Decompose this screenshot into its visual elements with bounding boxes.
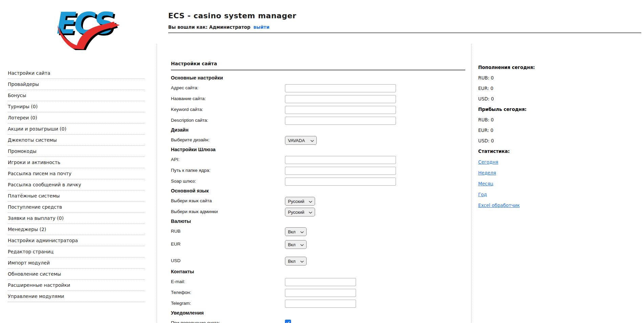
sidebar-item[interactable]: Промокоды [8, 146, 145, 157]
form-row: EURВкл [171, 240, 465, 251]
core-folder-input-label: Путь к папке ядра: [171, 166, 285, 173]
rub-select-value: Вкл [288, 229, 295, 234]
app-title: ECS - casino system manager [168, 11, 641, 20]
eur-select-label: EUR [171, 240, 285, 247]
usd-select-label: USD [171, 257, 285, 263]
admin-language-select-value: Русский [288, 210, 304, 215]
stats-link-row: Год [478, 191, 644, 198]
email-input[interactable] [285, 278, 356, 286]
chevron-down-icon [300, 229, 304, 234]
form-row: Telegram: [171, 299, 465, 310]
chevron-down-icon [300, 259, 304, 264]
chevron-down-icon [300, 242, 304, 247]
stats-week-link[interactable]: Неделя [478, 170, 496, 176]
sidebar-item[interactable]: Лотереи (0) [8, 112, 145, 123]
sidebar-item[interactable]: Акции и розыгрыши (0) [8, 123, 145, 135]
site-keyword-input-label: Keyword сайта: [171, 106, 285, 112]
form-row: Выберите дизайн:VAVADA [171, 136, 465, 147]
site-address-input[interactable] [285, 84, 396, 92]
deposit-notification-checkbox[interactable] [285, 320, 291, 323]
logged-in-as-text: Вы вошли как: Администратор [168, 24, 250, 30]
form-row: Выбери язык админкиРусский [171, 208, 465, 218]
sidebar-item[interactable]: Заявки на выплату (0) [8, 213, 145, 224]
stats-link-row: Неделя [478, 169, 644, 176]
form-row: USDВкл [171, 257, 465, 268]
sidebar-item[interactable]: Турниры (0) [8, 101, 145, 112]
api-input-label: API: [171, 156, 285, 162]
sidebar-item[interactable]: Управление модулями [8, 291, 145, 302]
stats-year-link[interactable]: Год [478, 192, 487, 197]
form-row: API: [171, 156, 465, 166]
stats-month-link[interactable]: Месяц [478, 181, 493, 186]
site-keyword-input[interactable] [285, 106, 396, 114]
sidebar-item[interactable]: Платёжные системы [8, 190, 145, 202]
sidebar-item[interactable]: Джекпоты системы [8, 135, 145, 146]
section-heading: Основные настройки [171, 75, 465, 81]
site-title-input-label: Название сайта: [171, 95, 285, 101]
logout-link[interactable]: выйти [253, 24, 270, 30]
usd-select[interactable]: Вкл [285, 257, 307, 266]
stats-value: USD: 0 [478, 138, 644, 144]
stats-link-row: Месяц [478, 180, 644, 187]
sidebar-item[interactable]: Рассылка писем на почту [8, 168, 145, 179]
form-row: RUBВкл [171, 227, 465, 238]
form-row: Description сайта: [171, 116, 465, 127]
sidebar-item[interactable]: Редактор страниц [8, 246, 145, 257]
form-row: Адрес сайта: [171, 84, 465, 95]
sidebar-item[interactable]: Менеджеры (2) [8, 224, 145, 235]
usd-select-value: Вкл [288, 259, 295, 264]
phone-input[interactable] [285, 289, 356, 297]
sidebar-item[interactable]: Настройки сайта [8, 68, 145, 79]
form-row: Soap шлюз: [171, 177, 465, 188]
chevron-down-icon [310, 138, 314, 143]
section-heading: Контакты [171, 269, 465, 275]
rub-select[interactable]: Вкл [285, 227, 307, 236]
sidebar-item[interactable]: Импорт модулей [8, 257, 145, 269]
form-row: При пополнение счета: [171, 319, 465, 323]
site-description-input-label: Description сайта: [171, 116, 285, 123]
sidebar-item[interactable]: Поступление средств [8, 202, 145, 213]
design-select[interactable]: VAVADA [285, 136, 317, 145]
api-input[interactable] [285, 156, 396, 164]
sidebar-item[interactable]: Настройки администратора [8, 235, 145, 246]
phone-input-label: Телефон: [171, 289, 285, 295]
chevron-down-icon [309, 199, 312, 204]
site-language-select-label: Выбери язык сайта [171, 197, 285, 203]
stats-value: EUR: 0 [478, 127, 644, 134]
section-heading: Валюты [171, 218, 465, 225]
sidebar-item[interactable]: Игроки и активность [8, 157, 145, 168]
site-description-input[interactable] [285, 117, 396, 125]
header-divider [168, 32, 641, 33]
stats-value: EUR: 0 [478, 85, 644, 92]
sidebar-item[interactable]: Бонусы [8, 90, 145, 101]
rub-select-label: RUB [171, 227, 285, 234]
soap-gateway-input[interactable] [285, 178, 396, 186]
admin-language-select-label: Выбери язык админки [171, 208, 285, 214]
site-language-select-value: Русский [288, 199, 304, 204]
deposit-notification-checkbox-label: При пополнение счета: [171, 319, 285, 323]
telegram-input[interactable] [285, 300, 356, 308]
chevron-down-icon [309, 210, 312, 215]
page-title: Настройки сайта [171, 61, 465, 66]
stats-today-link[interactable]: Сегодня [478, 159, 498, 165]
sidebar-item[interactable]: Провайдеры [8, 79, 145, 90]
stats-link-row: Сегодня [478, 159, 644, 165]
site-title-input[interactable] [285, 95, 396, 103]
sidebar-item[interactable]: Рассылка сообщений в личку [8, 179, 145, 190]
site-language-select[interactable]: Русский [285, 197, 315, 206]
eur-select[interactable]: Вкл [285, 240, 307, 249]
stats-excel-link[interactable]: Excel обработчик [478, 203, 520, 208]
telegram-input-label: Telegram: [171, 299, 285, 306]
stats-link-row: Excel обработчик [478, 202, 644, 209]
sidebar-menu: Настройки сайтаПровайдерыБонусыТурниры (… [8, 68, 145, 302]
core-folder-input[interactable] [285, 167, 396, 175]
stats-value: RUB: 0 [478, 117, 644, 123]
form-row: Keyword сайта: [171, 106, 465, 116]
sidebar-item[interactable]: Обновление системы [8, 269, 145, 280]
section-heading: Основной язык [171, 188, 465, 194]
admin-language-select[interactable]: Русский [285, 208, 315, 216]
sidebar-item[interactable]: Расширенные настройки [8, 280, 145, 291]
settings-form: Основные настройкиАдрес сайта:Название с… [171, 75, 465, 323]
site-address-input-label: Адрес сайта: [171, 84, 285, 90]
form-row: Название сайта: [171, 95, 465, 106]
